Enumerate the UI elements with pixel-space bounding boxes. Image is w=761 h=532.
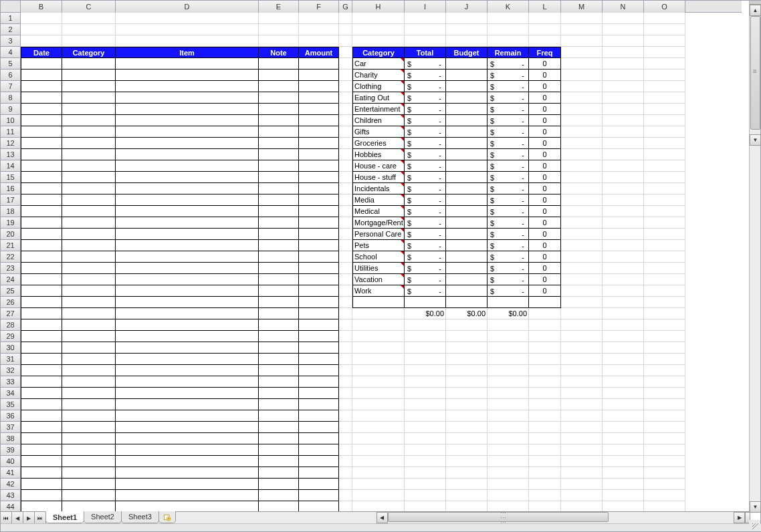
cell-L6[interactable]: 0 — [529, 70, 561, 81]
cell-B8[interactable] — [21, 92, 62, 104]
cell-J40[interactable] — [446, 456, 487, 467]
cell-K34[interactable] — [487, 388, 529, 399]
cell-H15[interactable]: House - stuff — [352, 172, 405, 183]
cell-C16[interactable] — [62, 183, 116, 194]
cell-C10[interactable] — [62, 115, 116, 126]
cell-J19[interactable] — [446, 217, 487, 229]
cell-B27[interactable] — [21, 308, 62, 319]
cell-K39[interactable] — [487, 444, 529, 456]
cell-D3[interactable] — [116, 35, 259, 47]
cell-B7[interactable] — [21, 81, 62, 92]
cell-O28[interactable] — [644, 319, 685, 331]
cell-B1[interactable] — [21, 13, 62, 24]
cell-E34[interactable] — [259, 388, 299, 399]
cell-L11[interactable]: 0 — [529, 126, 561, 138]
cell-C6[interactable] — [62, 70, 116, 81]
cell-H35[interactable] — [352, 399, 405, 410]
cell-G6[interactable] — [339, 70, 352, 81]
cell-E32[interactable] — [259, 365, 299, 376]
cell-J6[interactable] — [446, 70, 487, 81]
cell-E8[interactable] — [259, 92, 299, 104]
tab-nav-last[interactable]: ⏭ — [35, 512, 46, 524]
cell-D13[interactable] — [116, 149, 259, 160]
cell-N15[interactable] — [603, 172, 644, 183]
cell-E37[interactable] — [259, 422, 299, 433]
cell-K41[interactable] — [487, 467, 529, 479]
cell-H9[interactable]: Entertainment — [352, 104, 405, 115]
cell-J35[interactable] — [446, 399, 487, 410]
cell-K40[interactable] — [487, 456, 529, 467]
cell-D8[interactable] — [116, 92, 259, 104]
cell-I37[interactable] — [405, 422, 446, 433]
window-resize-grip[interactable] — [749, 520, 760, 531]
cell-M35[interactable] — [561, 399, 603, 410]
cell-E10[interactable] — [259, 115, 299, 126]
cell-J30[interactable] — [446, 342, 487, 354]
cell-D41[interactable] — [116, 467, 259, 479]
cell-H5[interactable]: Car — [352, 58, 405, 70]
cell-N4[interactable] — [603, 47, 644, 58]
cell-H21[interactable]: Pets — [352, 240, 405, 251]
row-header-3[interactable]: 3 — [1, 35, 21, 47]
cell-E28[interactable] — [259, 319, 299, 331]
cell-I5[interactable]: $- — [405, 58, 446, 70]
cell-K20[interactable]: $- — [487, 229, 529, 240]
cell-K9[interactable]: $- — [487, 104, 529, 115]
tab-nav-first[interactable]: ⏮ — [1, 512, 12, 524]
cell-H42[interactable] — [352, 479, 405, 490]
cell-L15[interactable]: 0 — [529, 172, 561, 183]
cell-I35[interactable] — [405, 399, 446, 410]
cell-O8[interactable] — [644, 92, 685, 104]
cell-F25[interactable] — [299, 285, 339, 297]
cell-H34[interactable] — [352, 388, 405, 399]
cell-I40[interactable] — [405, 456, 446, 467]
cell-D5[interactable] — [116, 58, 259, 70]
cell-I42[interactable] — [405, 479, 446, 490]
cell-L8[interactable]: 0 — [529, 92, 561, 104]
cell-H3[interactable] — [352, 35, 405, 47]
row-header-40[interactable]: 40 — [1, 456, 21, 467]
cell-C32[interactable] — [62, 365, 116, 376]
cell-F24[interactable] — [299, 274, 339, 285]
cell-N11[interactable] — [603, 126, 644, 138]
cell-G24[interactable] — [339, 274, 352, 285]
cell-O29[interactable] — [644, 331, 685, 342]
row-header-11[interactable]: 11 — [1, 126, 21, 138]
cell-N21[interactable] — [603, 240, 644, 251]
cell-I6[interactable]: $- — [405, 70, 446, 81]
cell-O30[interactable] — [644, 342, 685, 354]
cell-D19[interactable] — [116, 217, 259, 229]
cell-E30[interactable] — [259, 342, 299, 354]
cell-N23[interactable] — [603, 263, 644, 274]
cell-K15[interactable]: $- — [487, 172, 529, 183]
cell-E2[interactable] — [259, 24, 299, 35]
cell-M6[interactable] — [561, 70, 603, 81]
cell-G2[interactable] — [339, 24, 352, 35]
cell-O21[interactable] — [644, 240, 685, 251]
cell-B3[interactable] — [21, 35, 62, 47]
cell-B41[interactable] — [21, 467, 62, 479]
cell-H31[interactable] — [352, 354, 405, 365]
column-header-F[interactable]: F — [299, 1, 339, 13]
cell-L36[interactable] — [529, 410, 561, 422]
column-header-K[interactable]: K — [487, 1, 529, 13]
sheet-tab-sheet3[interactable]: Sheet3 — [121, 511, 159, 523]
cell-B18[interactable] — [21, 206, 62, 217]
cell-F19[interactable] — [299, 217, 339, 229]
cell-I3[interactable] — [405, 35, 446, 47]
cell-L28[interactable] — [529, 319, 561, 331]
cell-H25[interactable]: Work — [352, 285, 405, 297]
cell-G19[interactable] — [339, 217, 352, 229]
cell-E29[interactable] — [259, 331, 299, 342]
cell-K37[interactable] — [487, 422, 529, 433]
column-header-C[interactable]: C — [62, 1, 116, 13]
cell-C24[interactable] — [62, 274, 116, 285]
cell-I1[interactable] — [405, 13, 446, 24]
cell-J21[interactable] — [446, 240, 487, 251]
cell-G15[interactable] — [339, 172, 352, 183]
cell-J25[interactable] — [446, 285, 487, 297]
cell-H32[interactable] — [352, 365, 405, 376]
column-header-G[interactable]: G — [339, 1, 352, 13]
row-header-9[interactable]: 9 — [1, 104, 21, 115]
row-header-17[interactable]: 17 — [1, 194, 21, 206]
